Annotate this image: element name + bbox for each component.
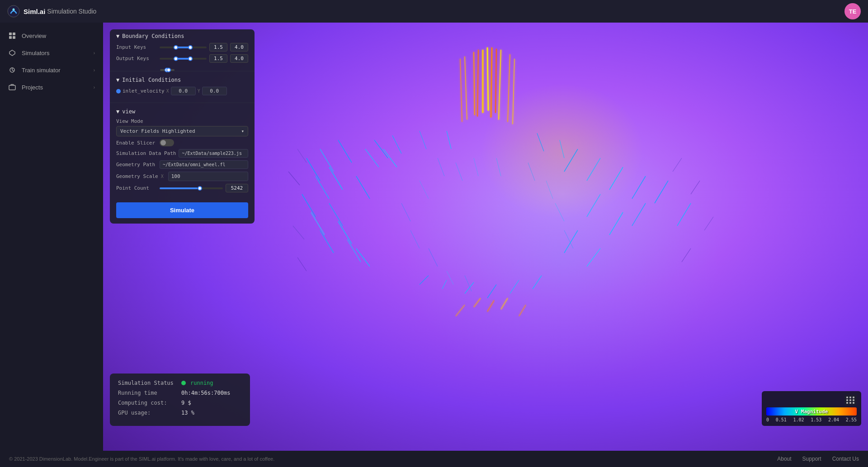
initial-conditions-section: ▼ Initial Conditions inlet_velocity X Y (110, 73, 255, 101)
sidebar-item-projects[interactable]: Projects › (0, 79, 103, 96)
geometry-scale-label: Geometry Scale (116, 173, 158, 179)
colorbar-labels: 0 0.51 1.02 1.53 2.04 2.55 (766, 417, 857, 422)
initial-conditions-header[interactable]: ▼ Initial Conditions (116, 77, 248, 83)
initial-conditions-title: Initial Conditions (122, 77, 181, 83)
point-count-label: Point Count (116, 185, 157, 191)
simulators-icon (8, 49, 16, 57)
colorbar-gradient: V Magnitude (766, 407, 857, 416)
footer-links: About Support Contact Us (777, 456, 859, 462)
view-title: view (122, 108, 135, 115)
output-keys-row: Output Keys 1.5 4.0 (116, 54, 248, 63)
left-control-panel: ▼ Boundary Conditions Input Keys 1.5 4.0 (110, 29, 255, 224)
support-link[interactable]: Support (802, 456, 821, 462)
contact-link[interactable]: Contact Us (832, 456, 859, 462)
sidebar: Overview Simulators › Train simulator › (0, 23, 103, 451)
input-max-value[interactable]: 4.0 (230, 43, 248, 51)
point-count-row: Point Count 5242 (116, 184, 248, 192)
geometry-path-input[interactable]: ~/ExtData/omni_wheel.fl (160, 160, 248, 169)
input-min-value[interactable]: 1.5 (209, 43, 227, 51)
enable-slicer-toggle[interactable] (160, 139, 174, 146)
colorbar-label-2: 1.02 (793, 417, 804, 422)
svg-rect-2 (9, 33, 12, 35)
inlet-velocity-label: inlet_velocity (123, 88, 165, 94)
colorbar-label-0: 0 (766, 417, 769, 422)
status-panel: Simulation Status running Running time 0… (110, 374, 250, 426)
input-keys-row: Input Keys 1.5 4.0 (116, 43, 248, 51)
sidebar-item-projects-label: Projects (22, 84, 43, 91)
input-keys-label: Input Keys (116, 44, 157, 50)
colorbar-label-4: 2.04 (828, 417, 839, 422)
interval-slider[interactable] (160, 69, 175, 71)
projects-icon (8, 83, 16, 91)
simulation-viewport: ▼ Boundary Conditions Input Keys 1.5 4.0 (103, 23, 868, 451)
colorbar-panel: V Magnitude 0 0.51 1.02 1.53 2.04 2.55 (762, 391, 861, 426)
status-running-dot (181, 381, 186, 385)
inlet-velocity-row: inlet_velocity X Y (116, 87, 248, 95)
train-icon (8, 66, 16, 74)
running-time-label: Running time (118, 390, 177, 396)
view-mode-row: View Mode Vector Fields Highlighted ▾ (116, 118, 248, 136)
simulation-status-row: Simulation Status running (118, 380, 242, 386)
logo: Siml.ai (7, 5, 45, 18)
sim-data-path-row: Simulation Data Path ~/ExtData/sample223… (116, 149, 248, 158)
logo-text: Siml.ai (24, 8, 45, 15)
svg-rect-4 (9, 36, 12, 39)
input-keys-slider[interactable] (160, 47, 207, 48)
simulators-arrow-icon: › (94, 51, 95, 56)
projects-arrow-icon: › (94, 85, 95, 90)
boundary-conditions-section: ▼ Boundary Conditions Input Keys 1.5 4.0 (110, 29, 255, 69)
colorbar-label-5: 2.55 (846, 417, 857, 422)
sidebar-item-simulators-label: Simulators (22, 50, 49, 56)
geometry-path-row: Geometry Path ~/ExtData/omni_wheel.fl (116, 160, 248, 169)
geometry-path-label: Geometry Path (116, 162, 157, 168)
about-link[interactable]: About (777, 456, 791, 462)
view-section: ▼ view View Mode Vector Fields Highlight… (110, 105, 255, 199)
computing-cost-row: Computing cost: 9 $ (118, 400, 242, 406)
sim-data-path-input[interactable]: ~/ExtData/sample223.js (179, 149, 248, 158)
overview-icon (8, 32, 16, 40)
sidebar-item-overview-label: Overview (22, 33, 46, 39)
footer: © 2021-2023 DimensionLab. Model.Engineer… (0, 451, 868, 467)
sidebar-item-overview[interactable]: Overview (0, 27, 103, 44)
boundary-collapse-icon: ▼ (116, 33, 119, 39)
gpu-usage-label: GPU usage: (118, 410, 177, 416)
app-title: Simulation Studio (47, 8, 96, 15)
geometry-scale-input[interactable]: 100 (168, 172, 248, 181)
sidebar-item-train[interactable]: Train simulator › (0, 61, 103, 79)
computing-cost-label: Computing cost: (118, 400, 177, 406)
point-count-slider[interactable] (160, 187, 223, 189)
view-mode-label: View Mode (116, 118, 143, 124)
simulate-button[interactable]: Simulate (116, 202, 248, 218)
svg-rect-3 (13, 33, 15, 35)
output-keys-label: Output Keys (116, 56, 157, 61)
colorbar-grid-button[interactable] (844, 395, 857, 406)
boundary-conditions-header[interactable]: ▼ Boundary Conditions (116, 33, 248, 39)
gpu-usage-row: GPU usage: 13 % (118, 410, 242, 416)
view-header[interactable]: ▼ view (116, 108, 248, 115)
output-min-value[interactable]: 1.5 (209, 54, 227, 63)
sidebar-item-simulators[interactable]: Simulators › (0, 44, 103, 61)
output-max-value[interactable]: 4.0 (230, 54, 248, 63)
geometry-scale-row: Geometry Scale X 100 (116, 172, 248, 181)
view-mode-dropdown[interactable]: Vector Fields Highlighted ▾ (116, 126, 248, 136)
geometry-scale-x-label: X (161, 174, 164, 179)
colorbar-label-3: 1.53 (811, 417, 821, 422)
gpu-usage-value: 13 % (181, 410, 194, 416)
inlet-velocity-dot (116, 89, 121, 93)
train-arrow-icon: › (94, 68, 95, 73)
boundary-conditions-title: Boundary Conditions (122, 33, 184, 39)
computing-cost-value: 9 $ (181, 400, 191, 406)
inlet-velocity-x-input[interactable] (171, 87, 196, 95)
svg-rect-7 (9, 85, 15, 90)
inlet-velocity-y-input[interactable] (202, 87, 227, 95)
output-keys-slider[interactable] (160, 58, 207, 60)
footer-copyright: © 2021-2023 DimensionLab. Model.Engineer… (9, 456, 274, 462)
user-avatar[interactable]: TE (844, 3, 861, 19)
colorbar-title: V Magnitude (795, 407, 828, 416)
svg-point-1 (13, 9, 15, 11)
enable-slicer-row: Enable Slicer (116, 139, 248, 146)
initial-collapse-icon: ▼ (116, 77, 119, 83)
simulation-status-value: running (190, 380, 213, 386)
enable-slicer-label: Enable Slicer (116, 140, 157, 146)
running-time-row: Running time 0h:4m:56s:700ms (118, 390, 242, 396)
